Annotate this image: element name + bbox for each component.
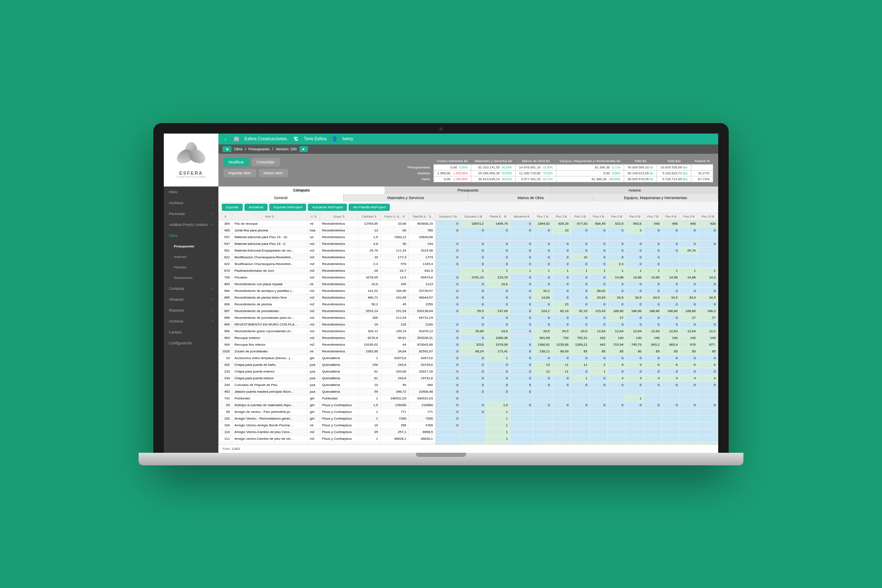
table-row[interactable]: 111Arreglo vecino-Cambio de piso de cer.… xyxy=(219,435,718,442)
table-row[interactable]: 900Revestimiento grado c/porcelanato (h.… xyxy=(219,328,718,334)
data-table-wrap[interactable]: #Item ⇅U. ⇅Grupo ⇅Cantidad ⇅Precio U. B.… xyxy=(218,213,718,444)
table-row[interactable]: 202Chapa para puerta de bañopzaQuincalle… xyxy=(219,361,718,368)
table-row[interactable]: 537Material adicional para Piso 19 - 10u… xyxy=(219,234,718,240)
column-header[interactable]: Piso 1 ⊞ xyxy=(533,213,552,220)
column-header[interactable]: Mezanine ⊞ xyxy=(510,213,533,220)
column-header[interactable]: U. ⇅ xyxy=(307,213,320,220)
breadcrumb-item[interactable]: Presupuesto xyxy=(248,147,270,151)
column-header[interactable]: Piso 10 ⊞ xyxy=(698,213,718,220)
table-row[interactable]: 364Filo de revoquemlRevestimientos13764,… xyxy=(219,220,718,227)
column-header[interactable]: Subsuelo 1 ⊞ xyxy=(461,213,486,220)
table-row[interactable]: 1020Zocalo de porcelanatomlRevestimiento… xyxy=(219,348,718,354)
back-icon[interactable]: ‹ xyxy=(223,136,228,142)
table-row[interactable]: 621Modificacion Churrasquera-Revestimi..… xyxy=(219,254,718,260)
table-row[interactable]: 104Arreglo Vecino-Arreglo Borde Piscina … xyxy=(219,422,718,428)
tab-avance[interactable]: Avance xyxy=(551,186,718,194)
table-cell: Revestimientos xyxy=(320,341,358,348)
column-header[interactable]: Piso 8 ⊞ xyxy=(662,213,680,220)
breadcrumb-item[interactable]: Obra xyxy=(234,147,242,151)
sidebar-item-reportes[interactable]: Reportes› xyxy=(164,305,218,316)
importar-button[interactable]: Importar Item xyxy=(223,169,256,177)
table-cell xyxy=(680,435,698,442)
subtab-general[interactable]: General xyxy=(218,194,344,202)
column-header[interactable]: Item ⇅ xyxy=(232,213,307,220)
table-row[interactable]: 898Revestimiento de porcelanato para ch.… xyxy=(219,314,718,321)
tab-presupuesto[interactable]: Presupuesto xyxy=(385,186,552,194)
table-row[interactable]: 547Material adicional para Piso 19 - 0m2… xyxy=(219,240,718,247)
sidebar-item-análisis-precio-unitario[interactable]: Análisis Precio Unitario› xyxy=(164,219,218,230)
column-header[interactable]: Piso 9 ⊞ xyxy=(680,213,698,220)
subtab-materiales-y-servicios[interactable]: Materiales y Servicios xyxy=(344,194,469,202)
sidebar-item-archivos[interactable]: Archivos› xyxy=(164,316,218,327)
actualizar-button[interactable]: Actualizar xyxy=(244,204,268,211)
table-row[interactable]: 622Modificacion Churrasquera-Revestimi..… xyxy=(219,260,718,267)
table-row[interactable]: 102Arreglo Vecino - Remodelacion gener..… xyxy=(219,415,718,422)
table-cell: 172,41 xyxy=(486,348,510,354)
table-row[interactable]: 894Revestimiento de azulejos y pastillas… xyxy=(219,287,718,294)
table-row[interactable]: 895Revestimiento de piedra listón 5cmm2R… xyxy=(219,294,718,301)
sidebar-item-avances[interactable]: Avances xyxy=(164,252,218,262)
consolidar-button[interactable]: Consolidar xyxy=(252,158,280,166)
sidebar-item-planillas[interactable]: Planillas xyxy=(164,262,218,273)
column-header[interactable]: Piso 3 ⊞ xyxy=(571,213,590,220)
table-cell: 0 xyxy=(486,375,510,381)
sidebar-item-configuración[interactable]: Configuración xyxy=(164,338,218,349)
sidebar-item-compras[interactable]: Compras› xyxy=(164,283,218,294)
table-row[interactable]: 893Revestimiento con placa drywallmlReve… xyxy=(219,281,718,287)
subtab-manos-de-obra[interactable]: Manos de Obra xyxy=(468,194,593,202)
table-row[interactable]: 233Chapa para puerta exteriorpzaQuincall… xyxy=(219,368,718,375)
exportar-button[interactable]: Exportar xyxy=(222,204,243,211)
table-row[interactable]: 581Material Adicional-Empapelado de mu..… xyxy=(219,247,718,254)
table-cell: 0 xyxy=(644,281,662,287)
table-row[interactable]: 903Revoque exteriorm2Revestimientos6276,… xyxy=(219,334,718,341)
table-row[interactable]: 110Arreglo Vecino-Cambio de piso Cera...… xyxy=(219,428,718,435)
table-row[interactable]: 899REVESTIMIENTO EN MURO CON PLA...m2Rev… xyxy=(219,321,718,328)
breadcrumb-forward-icon[interactable]: ► xyxy=(299,146,308,152)
modificar-button[interactable]: Modificar xyxy=(223,158,249,166)
breadcrumb-item[interactable]: Versión: 330 xyxy=(276,147,297,151)
table-row[interactable]: 896Revestimiento de piscinam2Revestimien… xyxy=(219,301,718,307)
table-cell: 0 xyxy=(510,301,533,307)
sidebar-item-almacen[interactable]: Almacen› xyxy=(164,294,218,305)
table-row[interactable]: 50Anticipo a cuentas de materiales Aqui.… xyxy=(219,402,718,408)
table-row[interactable]: 90Arreglo de vecino - Piso perimetral pi… xyxy=(219,408,718,415)
sidebar-item-personas[interactable]: Personas› xyxy=(164,208,218,219)
table-row[interactable]: 897Revestimiento de porcelanatom2Revesti… xyxy=(219,307,718,314)
subtab-equipos,-maquinarias-y-herramientas[interactable]: Equipos, Maquinarias y Herramientas xyxy=(593,194,719,202)
table-row[interactable]: 234Chapa para puerta interiorpzaQuincall… xyxy=(219,375,718,381)
table-row[interactable]: 10Accesorios vidrio templado (frenos - j… xyxy=(219,354,718,361)
table-row[interactable]: 244Colocado de Pispote de Pisc.pzaQuinca… xyxy=(219,381,718,388)
ver-planilla-msproject-button[interactable]: Ver Planilla MsProject xyxy=(349,204,390,211)
column-header[interactable]: Piso 6 ⊞ xyxy=(626,213,644,220)
exportar-msproject-button[interactable]: Exportar MsProject xyxy=(269,204,306,211)
table-cell: 166,96 xyxy=(380,287,408,294)
column-header[interactable]: Cantidad ⇅ xyxy=(358,213,381,220)
column-header[interactable]: Piso 4 ⊞ xyxy=(590,213,608,220)
nuevo-button[interactable]: Nuevo Item xyxy=(259,169,288,177)
column-header[interactable]: Subsuelo 2 ⊞ xyxy=(435,213,460,220)
tab-cómputo[interactable]: Cómputo xyxy=(218,186,385,194)
table-row[interactable]: 709Picoladom2Revestimientos4278,0513,959… xyxy=(219,274,718,281)
table-row[interactable]: 741PublicidadgblPublicidad1346531,033465… xyxy=(219,395,718,402)
table-row[interactable]: 670Pastinado/lechado de 1cmm2Revestimien… xyxy=(219,267,718,274)
sidebar-item-obra[interactable]: Obra› xyxy=(164,230,218,241)
column-header[interactable]: # xyxy=(219,213,232,220)
actualizar-msproject-button[interactable]: Actualizar MsProject xyxy=(308,204,347,211)
column-header[interactable]: Piso 2 ⊞ xyxy=(552,213,571,220)
sidebar-item-accesos[interactable]: Accesos› xyxy=(164,197,218,208)
table-row[interactable]: 904Revoque fino interiorm2Revestimientos… xyxy=(219,341,718,348)
column-header[interactable]: Planta B... ⊞ xyxy=(486,213,510,220)
column-header[interactable]: Precio U. B... ⇅ xyxy=(380,213,408,220)
sidebar-item-presupuesto[interactable]: Presupuesto xyxy=(164,241,218,252)
table-row[interactable]: 405Junta fina para piscinabsaRevestimien… xyxy=(219,227,718,234)
sidebar-item-retenciones[interactable]: Retenciones xyxy=(164,273,218,283)
sidebar-item-inicio[interactable]: Inicio xyxy=(164,186,218,197)
table-cell: 1235,66 xyxy=(552,341,571,348)
column-header[interactable]: Piso 7 ⊞ xyxy=(644,213,662,220)
sidebar-item-cartera[interactable]: Cartera xyxy=(164,327,218,338)
column-header[interactable]: Piso 5 ⊞ xyxy=(608,213,626,220)
table-row[interactable]: 453Jalador puerta madera principal 40cm.… xyxy=(219,388,718,395)
column-header[interactable]: Grupo ⇅ xyxy=(320,213,358,220)
column-header[interactable]: Total Bs si... ⇅ xyxy=(409,213,435,220)
breadcrumb-back-icon[interactable]: ◄ xyxy=(223,146,231,152)
